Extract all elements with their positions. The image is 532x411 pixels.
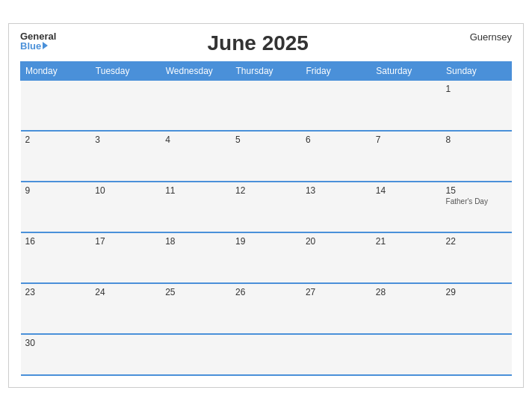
calendar-container: General Blue June 2025 Guernsey Monday T…: [8, 23, 524, 389]
day-number: 4: [165, 135, 226, 145]
day-number: 16: [25, 236, 87, 247]
day-number: 3: [95, 135, 156, 145]
month-title: June 2025: [56, 31, 460, 55]
calendar-cell: 1: [442, 80, 512, 131]
calendar-cell: [301, 334, 371, 375]
calendar-cell: 28: [371, 283, 442, 334]
calendar-cell: 7: [371, 131, 442, 182]
calendar-cell: 27: [301, 283, 371, 334]
calendar-cell: [161, 80, 231, 131]
day-number: 23: [25, 287, 87, 297]
logo-triangle-icon: [43, 42, 48, 49]
calendar-cell: 15Father's Day: [442, 182, 512, 232]
calendar-cell: [90, 80, 161, 131]
calendar-cell: 8: [442, 131, 512, 182]
day-number: 11: [165, 185, 226, 196]
header-sunday: Sunday: [442, 61, 512, 80]
calendar-cell: [161, 334, 231, 375]
calendar-cell: 29: [442, 283, 512, 334]
day-number: 2: [25, 135, 87, 145]
calendar-cell: 9: [21, 182, 91, 232]
calendar-header: General Blue June 2025 Guernsey: [20, 31, 512, 55]
day-number: 27: [306, 287, 367, 297]
calendar-cell: [371, 334, 442, 375]
calendar-cell: [21, 80, 91, 131]
header-saturday: Saturday: [371, 61, 442, 80]
day-number: 13: [306, 185, 367, 196]
calendar-cell: [371, 80, 442, 131]
day-number: 5: [235, 135, 297, 145]
calendar-cell: 17: [90, 232, 161, 283]
calendar-cell: 3: [90, 131, 161, 182]
day-number: 7: [376, 135, 437, 145]
logo: General Blue: [20, 31, 56, 51]
calendar-cell: 5: [231, 131, 301, 182]
day-number: 30: [25, 338, 87, 348]
calendar-cell: 16: [21, 232, 91, 283]
day-number: 24: [95, 287, 156, 297]
calendar-cell: 30: [21, 334, 91, 375]
header-tuesday: Tuesday: [90, 61, 161, 80]
calendar-cell: [442, 334, 512, 375]
day-number: 21: [376, 236, 437, 247]
calendar-cell: 12: [231, 182, 301, 232]
day-number: 14: [376, 185, 437, 196]
day-number: 19: [235, 236, 297, 247]
calendar-cell: 10: [90, 182, 161, 232]
header-wednesday: Wednesday: [161, 61, 231, 80]
calendar-cell: 26: [231, 283, 301, 334]
day-number: 20: [306, 236, 367, 247]
day-number: 10: [95, 185, 156, 196]
day-number: 15: [446, 185, 507, 196]
calendar-cell: 24: [90, 283, 161, 334]
calendar-cell: 6: [301, 131, 371, 182]
calendar-grid: Monday Tuesday Wednesday Thursday Friday…: [20, 61, 512, 377]
day-number: 8: [446, 135, 507, 145]
logo-blue-text: Blue: [20, 41, 48, 51]
day-number: 17: [95, 236, 156, 247]
header-monday: Monday: [21, 61, 91, 80]
calendar-cell: 21: [371, 232, 442, 283]
calendar-cell: 13: [301, 182, 371, 232]
weekday-header-row: Monday Tuesday Wednesday Thursday Friday…: [21, 61, 512, 80]
calendar-cell: 2: [21, 131, 91, 182]
header-thursday: Thursday: [231, 61, 301, 80]
day-number: 1: [446, 84, 507, 94]
calendar-cell: [301, 80, 371, 131]
region-label: Guernsey: [460, 31, 512, 43]
calendar-cell: [231, 334, 301, 375]
day-number: 29: [446, 287, 507, 297]
day-event: Father's Day: [446, 197, 488, 206]
logo-general-text: General: [20, 31, 56, 41]
calendar-cell: 20: [301, 232, 371, 283]
calendar-cell: 4: [161, 131, 231, 182]
day-number: 18: [165, 236, 226, 247]
calendar-cell: 23: [21, 283, 91, 334]
day-number: 25: [165, 287, 226, 297]
day-number: 12: [235, 185, 297, 196]
day-number: 22: [446, 236, 507, 247]
day-number: 6: [306, 135, 367, 145]
calendar-cell: 19: [231, 232, 301, 283]
calendar-cell: 18: [161, 232, 231, 283]
header-friday: Friday: [301, 61, 371, 80]
day-number: 26: [235, 287, 297, 297]
day-number: 28: [376, 287, 437, 297]
calendar-cell: 14: [371, 182, 442, 232]
calendar-cell: 11: [161, 182, 231, 232]
calendar-cell: 22: [442, 232, 512, 283]
calendar-cell: [231, 80, 301, 131]
calendar-cell: [90, 334, 161, 375]
calendar-cell: 25: [161, 283, 231, 334]
day-number: 9: [25, 185, 87, 196]
